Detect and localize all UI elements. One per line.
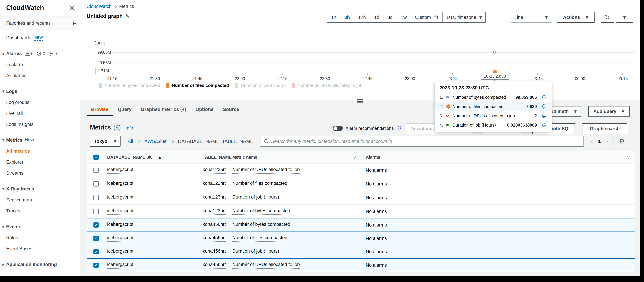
sidebar-item-all-alarms[interactable]: All alarms xyxy=(0,70,80,81)
metric-name-cell[interactable]: Number of bytes compacted xyxy=(232,222,290,228)
new-badge[interactable]: New xyxy=(25,137,34,143)
sidebar-section-metrics[interactable]: ▼ Metrics New xyxy=(0,135,80,146)
sidebar-item-event-buses[interactable]: Event Buses xyxy=(0,243,80,254)
refresh-button[interactable]: ↻ xyxy=(600,12,614,23)
legend-item-bytes-compacted[interactable]: Number of bytes compacted xyxy=(98,83,160,88)
database-cell[interactable]: icebergscript xyxy=(107,222,134,228)
close-icon[interactable]: × xyxy=(68,3,75,12)
new-badge[interactable]: New xyxy=(34,35,43,41)
row-checkbox[interactable] xyxy=(94,209,98,214)
refresh-options-button[interactable]: ▼ xyxy=(616,12,633,23)
path-aws-glue[interactable]: AWS/Glue xyxy=(144,138,167,144)
metric-name-cell[interactable]: Number of DPUs allocated to job xyxy=(232,262,300,269)
row-checkbox[interactable]: ✔ xyxy=(94,236,98,241)
info-link[interactable]: Info xyxy=(126,125,133,131)
tab-source[interactable]: Source xyxy=(218,104,244,115)
metric-name-cell[interactable]: Duration of job (Hours) xyxy=(232,194,279,201)
table-name-cell[interactable]: kona456nrt xyxy=(203,262,226,269)
sidebar-section-logs[interactable]: ▼ Logs xyxy=(0,86,80,97)
table-name-cell[interactable]: kona123nrt xyxy=(203,181,226,187)
data-point-bytes-compacted[interactable] xyxy=(493,51,496,54)
database-cell[interactable]: icebergscript xyxy=(107,262,134,269)
database-cell[interactable]: icebergscript xyxy=(107,167,134,174)
create-alarm-bell-icon[interactable] xyxy=(541,95,547,100)
actions-button[interactable]: Actions ▼ xyxy=(557,12,595,23)
metric-name-cell[interactable]: Number of files compacted xyxy=(232,181,287,187)
time-range-3h[interactable]: 3h xyxy=(340,12,354,22)
sidebar-item-rules[interactable]: Rules xyxy=(0,232,80,243)
search-input[interactable] xyxy=(271,139,580,144)
legend-item-dpus[interactable]: Number of DPUs allocated to job xyxy=(292,83,362,88)
table-name-cell[interactable]: kona123nrt xyxy=(203,208,226,215)
time-range-12h[interactable]: 12h xyxy=(354,12,370,22)
time-range-1d[interactable]: 1d xyxy=(370,12,384,22)
panel-resize-handle[interactable] xyxy=(357,99,363,104)
sidebar-section-xray[interactable]: ▼ X-Ray traces xyxy=(0,183,80,194)
column-header-database-name[interactable]: DATABASE_NAME 8/8 ▲ xyxy=(107,155,197,160)
time-range-3d[interactable]: 3d xyxy=(384,12,397,22)
chart-type-select[interactable]: Line ▼ xyxy=(510,12,552,23)
create-alarm-bell-icon[interactable] xyxy=(541,104,547,109)
alarm-recommendations-toggle[interactable] xyxy=(333,126,343,131)
row-checkbox[interactable]: ✔ xyxy=(94,222,98,228)
tab-browse[interactable]: Browse xyxy=(86,104,113,115)
legend-item-duration[interactable]: Duration of job (Hours) xyxy=(235,83,286,88)
breadcrumb-cloudwatch[interactable]: CloudWatch xyxy=(86,4,112,9)
sidebar-section-alarms[interactable]: ▼ Alarms 0 0 0 xyxy=(0,48,80,59)
next-page-icon[interactable]: › xyxy=(606,138,608,145)
select-all-checkbox[interactable] xyxy=(94,155,98,160)
sidebar-item-traces[interactable]: Traces xyxy=(0,205,80,216)
region-select[interactable]: Tokyo ▼ xyxy=(90,136,120,147)
metric-name-cell[interactable]: Number of DPUs allocated to job xyxy=(232,167,300,174)
sidebar-item-dashboards[interactable]: Dashboards New xyxy=(0,32,80,43)
metric-name-cell[interactable]: Number of files compacted xyxy=(232,235,287,242)
tab-options[interactable]: Options xyxy=(191,104,218,115)
table-name-cell[interactable]: kona123nrt xyxy=(203,167,226,174)
column-header-table-name[interactable]: TABLE_NAME ▽ xyxy=(197,155,227,160)
sidebar-item-streams[interactable]: Streams xyxy=(0,168,80,179)
row-checkbox[interactable]: ✔ xyxy=(94,263,98,268)
gear-icon[interactable]: ⚙ xyxy=(619,137,625,145)
database-cell[interactable]: icebergscript xyxy=(107,208,134,215)
table-name-cell[interactable]: kona456nrt xyxy=(203,222,226,228)
row-checkbox[interactable] xyxy=(94,181,98,187)
previous-page-icon[interactable]: ‹ xyxy=(591,138,593,145)
metric-name-cell[interactable]: Duration of job (Hours) xyxy=(232,248,279,255)
tab-query[interactable]: Query xyxy=(113,104,136,115)
row-checkbox[interactable] xyxy=(94,168,98,173)
sidebar-item-in-alarm[interactable]: In alarm xyxy=(0,59,80,70)
edit-pencil-icon[interactable]: ✎ xyxy=(125,13,130,19)
table-name-cell[interactable]: kona123nrt xyxy=(203,194,226,201)
graph-search-button[interactable]: Graph search xyxy=(582,123,627,134)
create-alarm-bell-icon[interactable] xyxy=(541,122,547,128)
add-query-button[interactable]: Add query ▼ xyxy=(588,106,630,117)
legend-item-files-compacted[interactable]: Number of files compacted xyxy=(166,83,229,88)
row-checkbox[interactable]: ✔ xyxy=(94,249,98,254)
column-header-alarms[interactable]: Alarms ▽ xyxy=(361,155,635,160)
sidebar-item-all-metrics[interactable]: All metrics xyxy=(0,146,80,157)
sidebar-item-favorites[interactable]: Favorites and recents ▶ xyxy=(0,17,80,30)
row-checkbox[interactable] xyxy=(94,195,98,200)
database-cell[interactable]: icebergscript xyxy=(107,181,134,187)
time-range-1w[interactable]: 1w xyxy=(397,12,411,22)
table-name-cell[interactable]: kona456nrt xyxy=(203,235,226,242)
column-header-metric-name[interactable]: Metric name ▽ xyxy=(227,155,361,160)
create-alarm-bell-icon[interactable] xyxy=(541,113,547,118)
sidebar-section-application-monitoring[interactable]: ▶ Application monitoring xyxy=(0,259,80,270)
database-cell[interactable]: icebergscript xyxy=(107,248,134,255)
sidebar-item-log-groups[interactable]: Log groups xyxy=(0,97,80,108)
sidebar-section-events[interactable]: ▼ Events xyxy=(0,221,80,232)
database-cell[interactable]: icebergscript xyxy=(107,235,134,242)
table-name-cell[interactable]: kona456nrt xyxy=(203,248,226,255)
lightbulb-icon[interactable] xyxy=(396,125,402,131)
sidebar-item-live-tail[interactable]: Live Tail xyxy=(0,108,80,119)
timezone-select[interactable]: UTC timezone ▼ xyxy=(442,12,486,22)
database-cell[interactable]: icebergscript xyxy=(107,194,134,201)
time-range-custom[interactable]: Custom xyxy=(411,12,442,22)
metric-name-cell[interactable]: Number of bytes compacted xyxy=(232,208,290,215)
sidebar-item-logs-insights[interactable]: Logs Insights xyxy=(0,119,80,130)
path-all[interactable]: All xyxy=(128,138,133,144)
time-range-1h[interactable]: 1h xyxy=(327,12,340,22)
sidebar-item-explorer[interactable]: Explorer xyxy=(0,157,80,168)
tab-graphed-metrics[interactable]: Graphed metrics (4) xyxy=(136,104,191,115)
